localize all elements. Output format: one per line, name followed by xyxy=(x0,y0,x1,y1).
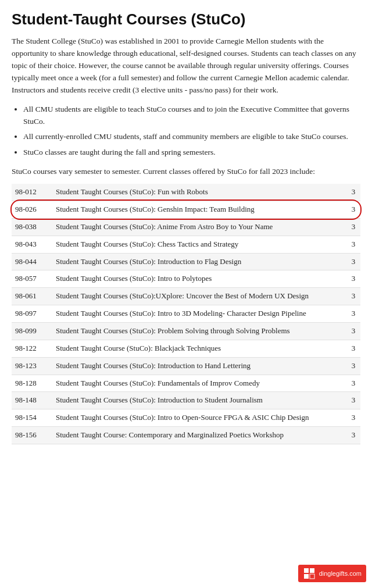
bullet-item: All CMU students are eligible to teach S… xyxy=(23,104,360,128)
svg-rect-3 xyxy=(304,574,309,579)
course-credits: 3 xyxy=(346,236,360,253)
course-name: Student Taught Courses (StuCo): Intro to… xyxy=(52,409,346,427)
svg-rect-2 xyxy=(310,568,314,573)
table-row: 98-122Student Taught Course (StuCo): Bla… xyxy=(12,340,360,357)
course-credits: 3 xyxy=(346,201,360,219)
table-row: 98-128Student Taught Courses (StuCo): Fu… xyxy=(12,375,360,392)
table-row: 98-043Student Taught Courses (StuCo): Ch… xyxy=(12,236,360,253)
table-row: 98-154Student Taught Courses (StuCo): In… xyxy=(12,409,360,427)
course-code: 98-122 xyxy=(12,340,52,357)
course-code: 98-044 xyxy=(12,253,52,270)
course-code: 98-097 xyxy=(12,305,52,323)
table-row: 98-026Student Taught Courses (StuCo): Ge… xyxy=(12,201,360,219)
table-row: 98-099Student Taught Courses (StuCo): Pr… xyxy=(12,322,360,340)
course-code: 98-156 xyxy=(12,427,52,444)
table-row: 98-044Student Taught Courses (StuCo): In… xyxy=(12,253,360,270)
course-code: 98-043 xyxy=(12,236,52,253)
course-code: 98-012 xyxy=(12,184,52,201)
table-row: 98-061Student Taught Courses (StuCo):UXp… xyxy=(12,288,360,305)
table-row: 98-123Student Taught Courses (StuCo): In… xyxy=(12,357,360,375)
course-code: 98-123 xyxy=(12,357,52,375)
course-credits: 3 xyxy=(346,409,360,427)
course-credits: 3 xyxy=(346,184,360,201)
bullet-item: All currently-enrolled CMU students, sta… xyxy=(23,131,360,143)
courses-intro: StuCo courses vary semester to semester.… xyxy=(12,166,360,178)
course-credits: 3 xyxy=(346,357,360,375)
page-title: Student-Taught Courses (StuCo) xyxy=(12,10,360,28)
svg-rect-4 xyxy=(310,574,314,579)
watermark: dinglegifts.com xyxy=(298,565,366,582)
course-credits: 3 xyxy=(346,305,360,323)
course-credits: 3 xyxy=(346,270,360,288)
course-name: Student Taught Courses (StuCo): Introduc… xyxy=(52,357,346,375)
intro-paragraph: The Student College (StuCo) was establis… xyxy=(12,35,360,97)
course-name: Student Taught Courses (StuCo): Introduc… xyxy=(52,392,346,409)
course-code: 98-026 xyxy=(12,201,52,219)
course-name: Student Taught Courses (StuCo):UXplore: … xyxy=(52,288,346,305)
table-row: 98-057Student Taught Courses (StuCo): In… xyxy=(12,270,360,288)
courses-table-wrapper: 98-012Student Taught Courses (StuCo): Fu… xyxy=(12,184,360,444)
course-name: Student Taught Course: Contemporary and … xyxy=(52,427,346,444)
course-name: Student Taught Courses (StuCo): Fun with… xyxy=(52,184,346,201)
course-name: Student Taught Courses (StuCo): Intro to… xyxy=(52,305,346,323)
course-name: Student Taught Courses (StuCo): Intro to… xyxy=(52,270,346,288)
course-code: 98-061 xyxy=(12,288,52,305)
course-credits: 3 xyxy=(346,218,360,236)
table-row: 98-148Student Taught Courses (StuCo): In… xyxy=(12,392,360,409)
course-credits: 3 xyxy=(346,322,360,340)
course-name: Student Taught Courses (StuCo): Anime Fr… xyxy=(52,218,346,236)
course-credits: 3 xyxy=(346,375,360,392)
bullet-list: All CMU students are eligible to teach S… xyxy=(23,104,360,159)
course-name: Student Taught Courses (StuCo): Genshin … xyxy=(52,201,346,219)
course-name: Student Taught Courses (StuCo): Introduc… xyxy=(52,253,346,270)
table-row: 98-156Student Taught Course: Contemporar… xyxy=(12,427,360,444)
course-credits: 3 xyxy=(346,288,360,305)
course-name: Student Taught Courses (StuCo): Problem … xyxy=(52,322,346,340)
table-row: 98-012Student Taught Courses (StuCo): Fu… xyxy=(12,184,360,201)
course-code: 98-154 xyxy=(12,409,52,427)
course-code: 98-057 xyxy=(12,270,52,288)
course-credits: 3 xyxy=(346,427,360,444)
watermark-logo-svg xyxy=(303,567,316,580)
watermark-logo xyxy=(303,567,316,580)
bullet-item: StuCo classes are taught during the fall… xyxy=(23,147,360,159)
watermark-text: dinglegifts.com xyxy=(319,570,362,577)
course-name: Student Taught Courses (StuCo): Fundamen… xyxy=(52,375,346,392)
course-credits: 3 xyxy=(346,253,360,270)
page-container: Student-Taught Courses (StuCo) The Stude… xyxy=(0,0,372,491)
course-credits: 3 xyxy=(346,340,360,357)
table-row: 98-038Student Taught Courses (StuCo): An… xyxy=(12,218,360,236)
course-code: 98-038 xyxy=(12,218,52,236)
course-credits: 3 xyxy=(346,392,360,409)
course-code: 98-148 xyxy=(12,392,52,409)
course-name: Student Taught Course (StuCo): Blackjack… xyxy=(52,340,346,357)
course-code: 98-099 xyxy=(12,322,52,340)
table-row: 98-097Student Taught Courses (StuCo): In… xyxy=(12,305,360,323)
courses-table: 98-012Student Taught Courses (StuCo): Fu… xyxy=(12,184,360,444)
course-code: 98-128 xyxy=(12,375,52,392)
course-name: Student Taught Courses (StuCo): Chess Ta… xyxy=(52,236,346,253)
svg-rect-1 xyxy=(304,568,309,573)
